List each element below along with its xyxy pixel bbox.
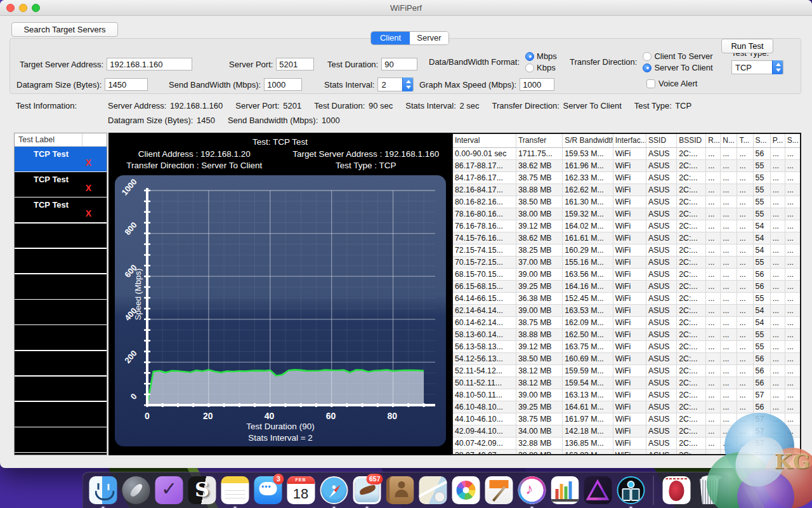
stats-interval-stepper[interactable]: 2	[377, 77, 414, 91]
test-label-row[interactable]: TCP TestX	[15, 172, 107, 197]
pages-dock-item[interactable]	[484, 476, 514, 505]
test-type-dropdown[interactable]: TCP	[731, 60, 783, 74]
omnifocus-dock-item[interactable]	[154, 476, 184, 505]
table-row[interactable]: 62.14-64.14...39.00 MB163.53 M...WiFiASU…	[453, 304, 801, 316]
mail-dock-item[interactable]: 657	[352, 476, 382, 505]
launchpad-dock-item[interactable]	[121, 476, 151, 505]
table-row[interactable]: 72.15-74.15...38.25 MB160.29 M...WiFiASU…	[453, 244, 801, 256]
table-row[interactable]: 76.16-78.16...39.12 MB164.02 M...WiFiASU…	[453, 220, 801, 232]
table-row[interactable]: 56.13-58.13...39.12 MB163.75 M...WiFiASU…	[453, 340, 801, 352]
mbps-radio[interactable]	[525, 52, 534, 61]
red-album-dock-item[interactable]	[662, 476, 691, 505]
table-row[interactable]: 54.12-56.13...38.50 MB160.69 M...WiFiASU…	[453, 352, 801, 364]
table-cell: WiFi	[613, 147, 646, 159]
column-header[interactable]: S...	[753, 134, 770, 147]
table-cell: 42.09-44.10...	[453, 425, 516, 437]
contacts-dock-item[interactable]	[385, 476, 415, 505]
run-test-button[interactable]: Run Test	[721, 39, 773, 53]
table-row[interactable]: 46.10-48.10...39.25 MB164.61 M...WiFiASU…	[453, 401, 801, 413]
server-to-client-radio[interactable]	[643, 64, 652, 72]
voice-alert-field[interactable]: Voice Alert	[646, 79, 697, 88]
test-duration-input[interactable]	[381, 58, 417, 70]
datagram-size-input[interactable]	[105, 78, 148, 91]
table-cell: 163.53 M...	[563, 304, 613, 316]
table-cell: 2C:...	[677, 437, 706, 449]
test-information-label: Test Information:	[16, 101, 77, 110]
table-row[interactable]: 82.16-84.17...38.88 MB162.62 M...WiFiASU…	[453, 184, 801, 196]
test-label-row[interactable]: TCP TestX	[15, 147, 107, 171]
column-header[interactable]: SSID	[646, 134, 677, 147]
table-row[interactable]: 70.15-72.15...37.00 MB155.16 M...WiFiASU…	[453, 256, 801, 268]
calendar-dock-item[interactable]: FEB18	[286, 476, 316, 505]
table-row[interactable]: 86.17-88.17...38.62 MB161.96 M...WiFiASU…	[453, 159, 801, 171]
voice-alert-checkbox[interactable]	[646, 79, 655, 88]
finder-dock-item[interactable]	[88, 476, 118, 505]
itunes-dock-item[interactable]	[517, 476, 547, 505]
table-row[interactable]: 52.11-54.12...38.12 MB159.59 M...WiFiASU…	[453, 364, 801, 377]
column-header[interactable]: Transfer	[516, 134, 562, 147]
graph-max-speed-input[interactable]	[520, 78, 554, 91]
table-row[interactable]: 58.13-60.14...38.88 MB162.50 M...WiFiASU…	[453, 328, 801, 340]
column-header[interactable]: N...	[721, 134, 737, 147]
column-header[interactable]: P...	[770, 134, 785, 147]
table-row[interactable]: 0.00-90.01 sec1711.75...159.53 M...WiFiA…	[453, 147, 801, 159]
column-header[interactable]: T...	[737, 134, 753, 147]
wifiperf-dock-item[interactable]	[616, 476, 646, 505]
table-cell: ...	[737, 292, 753, 304]
column-header[interactable]: BSSID	[677, 134, 706, 147]
numbers-dock-item[interactable]	[550, 476, 580, 505]
table-cell: ASUS	[646, 328, 677, 340]
delete-test-button[interactable]: X	[86, 208, 91, 218]
delete-test-button[interactable]: X	[86, 157, 91, 168]
radio-option-kbps[interactable]: Kbps	[525, 63, 557, 72]
table-cell: 163.13 M...	[563, 389, 613, 401]
transfer-direction-field: Transfer Direction: Client To Server Ser…	[570, 51, 713, 72]
table-row[interactable]: 60.14-62.14...38.75 MB162.09 M...WiFiASU…	[453, 316, 801, 328]
table-row[interactable]: 78.16-80.16...38.00 MB159.32 M...WiFiASU…	[453, 208, 801, 220]
numbers-icon	[551, 476, 579, 504]
table-row[interactable]: 84.17-86.17...38.75 MB162.33 M...WiFiASU…	[453, 171, 801, 184]
photos-dock-item[interactable]	[451, 476, 481, 505]
target-server-address-input[interactable]	[107, 58, 192, 70]
test-label-column-header[interactable]: Test Label	[15, 133, 107, 147]
column-header[interactable]: S/R Bandwidth	[563, 134, 613, 147]
table-cell: WiFi	[613, 389, 646, 401]
table-cell: 1711.75...	[516, 147, 562, 159]
column-header[interactable]: Interfac...	[613, 134, 646, 147]
table-row[interactable]: 74.15-76.16...38.62 MB161.61 M...WiFiASU…	[453, 232, 801, 244]
table-cell: 38.50 MB	[516, 352, 562, 364]
maps-dock-item[interactable]	[418, 476, 448, 505]
scrivener-dock-item[interactable]	[187, 476, 217, 505]
notes-dock-item[interactable]	[220, 476, 250, 505]
kbps-radio[interactable]	[525, 64, 534, 72]
server-port-input[interactable]	[276, 58, 314, 70]
table-row[interactable]: 50.11-52.11...38.12 MB159.54 M...WiFiASU…	[453, 377, 801, 389]
table-cell: ...	[770, 304, 785, 316]
tab-server[interactable]: Server	[410, 32, 449, 44]
messages-dock-item[interactable]: 3	[253, 476, 283, 505]
test-label-row[interactable]: TCP TestX	[15, 197, 107, 222]
column-header[interactable]: S...	[785, 134, 801, 147]
table-cell: ...	[737, 389, 753, 401]
tab-client[interactable]: Client	[371, 32, 410, 44]
delete-test-button[interactable]: X	[86, 183, 91, 193]
send-bandwidth-input[interactable]	[264, 78, 302, 91]
column-header[interactable]: R...	[706, 134, 721, 147]
column-header[interactable]: Interval	[453, 134, 516, 147]
table-row[interactable]: 64.14-66.15...36.38 MB152.45 M...WiFiASU…	[453, 292, 801, 304]
table-cell: ASUS	[646, 244, 677, 256]
radio-option-mbps[interactable]: Mbps	[525, 51, 557, 61]
table-row[interactable]: 66.15-68.15...39.25 MB164.16 M...WiFiASU…	[453, 280, 801, 292]
table-cell: 39.25 MB	[516, 401, 562, 413]
affinity-photo-dock-item[interactable]	[583, 476, 613, 505]
search-target-servers-button[interactable]: Search Target Servers	[11, 22, 118, 37]
speed-chart: Speed (Mbps) Test Duration (90) Stats In…	[115, 175, 446, 446]
table-row[interactable]: 80.16-82.16...38.50 MB161.30 M...WiFiASU…	[453, 196, 801, 208]
table-row[interactable]: 68.15-70.15...39.00 MB163.56 M...WiFiASU…	[453, 268, 801, 280]
empty-row	[15, 377, 107, 401]
radio-option-client-to-server[interactable]: Client To Server	[643, 51, 712, 61]
safari-dock-item[interactable]	[319, 476, 349, 505]
table-row[interactable]: 48.10-50.11...39.00 MB163.13 M...WiFiASU…	[453, 389, 801, 401]
radio-option-server-to-client[interactable]: Server To Client	[643, 63, 712, 72]
client-to-server-radio[interactable]	[643, 52, 652, 61]
